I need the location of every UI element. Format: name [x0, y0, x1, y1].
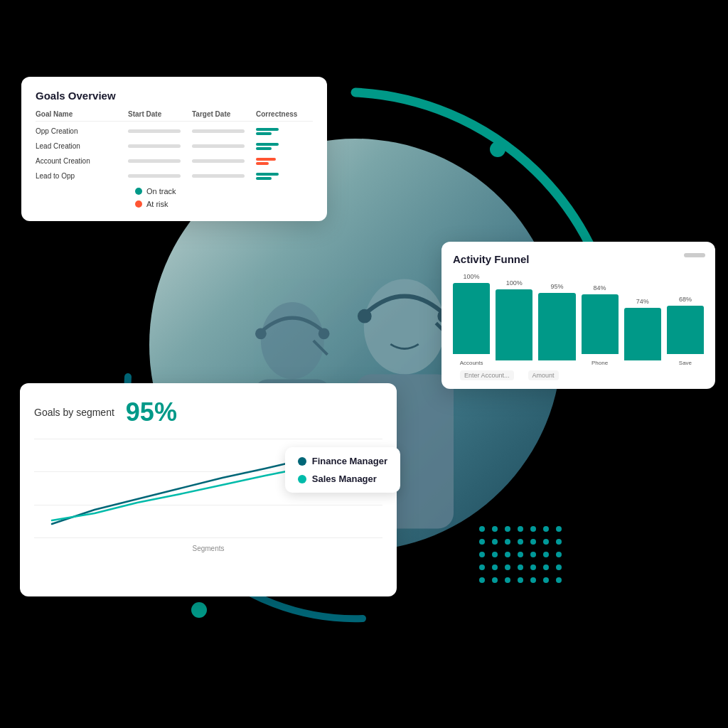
svg-point-6 — [364, 279, 445, 374]
legend-on-track: On track — [135, 187, 313, 196]
activity-funnel-title: Activity Funnel — [453, 253, 704, 265]
bar-rect-phone — [582, 294, 619, 354]
sales-manager-label: Sales Manager — [312, 473, 377, 484]
row-target-bar — [192, 159, 245, 163]
goals-segment-card: Goals by segment 95% Segments Finance Ma… — [20, 383, 397, 596]
row-goal-name: Opp Creation — [36, 127, 128, 135]
sub-label-amount: Amount — [528, 370, 559, 380]
bar-label-phone: Phone — [592, 360, 608, 366]
on-track-label: On track — [146, 187, 176, 196]
at-risk-dot — [135, 200, 142, 208]
bar-rect-3 — [538, 293, 575, 360]
segment-header: Goals by segment 95% — [34, 397, 382, 427]
bar-label-accounts: Accounts — [460, 360, 483, 366]
svg-point-8 — [358, 309, 372, 323]
correctness-bars — [256, 128, 327, 135]
bar-pct-accounts: 100% — [464, 273, 480, 280]
bar-pct-save: 68% — [679, 296, 692, 303]
bar-rect-5 — [624, 308, 661, 360]
row-start-bar — [128, 129, 181, 133]
bar-label-save: Save — [679, 360, 692, 366]
bar-col-phone: 84% Phone — [582, 284, 619, 366]
activity-funnel-card: Activity Funnel 100% Accounts 100% 95% 8… — [441, 242, 715, 389]
finance-manager-dot — [298, 457, 306, 466]
segment-legend-card: Finance Manager Sales Manager — [285, 447, 400, 493]
goals-overview-card: Goals Overview Goal Name Start Date Targ… — [21, 77, 327, 221]
svg-point-5 — [318, 328, 330, 339]
bar-pct-phone: 84% — [594, 284, 606, 291]
bar-chart: 100% Accounts 100% 95% 84% Phone 74% 68% — [453, 274, 704, 366]
bar-rect-clicknew — [496, 289, 532, 360]
table-row: Opp Creation — [36, 127, 313, 135]
row-start-bar — [128, 174, 181, 178]
x-axis-label: Segments — [192, 545, 224, 552]
funnel-sub-labels: Enter Account... Amount — [453, 370, 704, 380]
finance-manager-label: Finance Manager — [312, 456, 387, 466]
table-header-row: Goal Name Start Date Target Date Correct… — [36, 110, 313, 122]
row-target-bar — [192, 174, 245, 178]
row-goal-name: Lead Creation — [36, 142, 128, 150]
bar-rect-accounts — [453, 283, 490, 354]
bar-pct-5: 74% — [636, 298, 649, 305]
row-start-bar — [128, 159, 181, 163]
goals-overview-title: Goals Overview — [36, 90, 313, 102]
bar-pct-3: 95% — [550, 283, 563, 290]
col-correctness: Correctness — [256, 110, 327, 118]
table-row: Lead to Opp — [36, 172, 313, 180]
row-target-bar — [192, 144, 245, 148]
correctness-bars — [256, 173, 327, 180]
col-goal-name: Goal Name — [36, 110, 128, 118]
segment-percent: 95% — [126, 397, 177, 427]
on-track-dot — [135, 188, 142, 195]
bar-rect-save — [667, 306, 704, 354]
at-risk-label: At risk — [146, 200, 168, 208]
bar-col-clicknew: 100% — [496, 279, 532, 366]
row-goal-name: Lead to Opp — [36, 172, 128, 180]
row-start-bar — [128, 144, 181, 148]
goals-legend: On track At risk — [36, 187, 313, 208]
finance-manager-legend: Finance Manager — [298, 456, 387, 466]
legend-at-risk: At risk — [135, 200, 313, 208]
row-target-bar — [192, 129, 245, 133]
bar-col-5: 74% — [624, 298, 661, 366]
bar-col-3: 95% — [538, 283, 575, 366]
svg-point-4 — [255, 328, 267, 339]
segment-title: Goals by segment — [34, 407, 114, 418]
sales-manager-dot — [298, 475, 306, 483]
bar-col-accounts: 100% Accounts — [453, 273, 490, 366]
col-start-date: Start Date — [128, 110, 192, 118]
correctness-bars — [256, 143, 327, 150]
table-row: Account Creation — [36, 157, 313, 165]
bar-pct-clicknew: 100% — [506, 279, 523, 287]
sub-label-account: Enter Account... — [460, 370, 514, 380]
sales-manager-legend: Sales Manager — [298, 473, 387, 484]
correctness-bars — [256, 158, 327, 165]
funnel-scrollbar — [684, 253, 705, 257]
row-goal-name: Account Creation — [36, 157, 128, 165]
col-target-date: Target Date — [192, 110, 256, 118]
table-row: Lead Creation — [36, 142, 313, 150]
bar-col-save: 68% Save — [667, 296, 704, 366]
